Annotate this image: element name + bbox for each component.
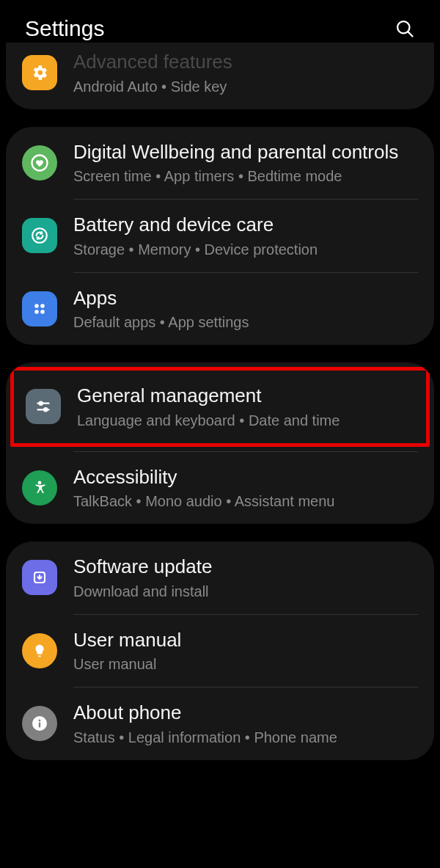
row-title: About phone [73,701,418,725]
highlight-annotation: General management Language and keyboard… [10,367,430,447]
row-subtitle: StatusLegal informationPhone name [73,728,418,747]
row-text: Accessibility TalkBackMono audioAssistan… [73,465,418,511]
row-title: Digital Wellbeing and parental controls [73,140,418,164]
bulb-icon [22,633,57,668]
svg-point-12 [38,481,42,484]
settings-row-general-management[interactable]: General management Language and keyboard… [14,371,426,443]
svg-point-6 [34,310,39,314]
row-subtitle: Default appsApp settings [73,313,418,332]
row-text: About phone StatusLegal informationPhone… [73,701,418,747]
row-title: Software update [73,555,418,579]
row-title: Battery and device care [73,213,418,237]
svg-point-11 [44,408,47,411]
svg-point-3 [32,229,47,244]
row-title: General management [77,384,410,408]
settings-row-software-update[interactable]: Software update Download and install [6,541,434,614]
row-title: Accessibility [73,465,418,489]
heart-circle-icon [22,145,57,180]
row-subtitle: Language and keyboardDate and time [77,411,410,430]
row-subtitle: StorageMemoryDevice protection [73,240,418,259]
settings-group: Digital Wellbeing and parental controls … [6,127,434,346]
settings-row-battery-device-care[interactable]: Battery and device care StorageMemoryDev… [6,200,434,272]
person-icon [22,470,57,506]
row-title: User manual [73,628,418,652]
svg-point-4 [34,304,39,308]
row-text: General management Language and keyboard… [77,384,410,430]
settings-group: General management Language and keyboard… [6,362,434,524]
page-title: Settings [25,16,104,41]
settings-group: Software update Download and install Use… [6,541,434,760]
row-text: Apps Default appsApp settings [73,286,418,332]
row-subtitle: TalkBackMono audioAssistant menu [73,492,418,511]
row-text: Advanced features Android AutoSide key [73,50,418,96]
settings-row-user-manual[interactable]: User manual User manual [6,615,434,688]
row-text: Battery and device care StorageMemoryDev… [73,213,418,259]
row-text: User manual User manual [73,628,418,674]
svg-point-5 [40,304,45,308]
settings-row-advanced-features[interactable]: Advanced features Android AutoSide key [6,43,434,109]
info-icon [22,706,57,741]
download-icon [22,560,57,595]
row-subtitle: Android AutoSide key [73,77,418,96]
gear-plus-icon [22,55,57,90]
refresh-circle-icon [22,218,57,253]
svg-rect-16 [39,723,40,728]
settings-row-accessibility[interactable]: Accessibility TalkBackMono audioAssistan… [6,452,434,525]
svg-point-15 [39,720,41,722]
sliders-icon [26,389,61,424]
svg-point-7 [40,310,45,314]
four-dots-icon [22,291,57,327]
svg-point-9 [40,402,43,405]
settings-row-apps[interactable]: Apps Default appsApp settings [6,273,434,346]
row-subtitle: User manual [73,654,418,674]
svg-line-1 [408,32,412,36]
settings-row-digital-wellbeing[interactable]: Digital Wellbeing and parental controls … [6,127,434,200]
row-title: Advanced features [73,50,418,74]
row-title: Apps [73,286,418,310]
row-text: Digital Wellbeing and parental controls … [73,140,418,186]
row-subtitle: Screen timeApp timersBedtime mode [73,167,418,186]
row-subtitle: Download and install [73,582,418,601]
settings-group: Advanced features Android AutoSide key [6,43,434,109]
row-text: Software update Download and install [73,555,418,601]
search-button[interactable] [395,18,415,39]
search-icon [395,18,415,39]
settings-row-about-phone[interactable]: About phone StatusLegal informationPhone… [6,688,434,760]
